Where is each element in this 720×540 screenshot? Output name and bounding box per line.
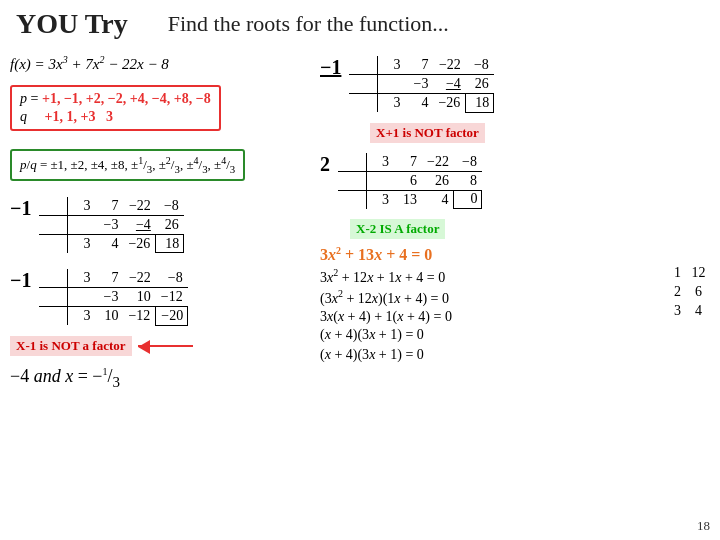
arrow-left-icon (138, 339, 198, 353)
step-1: 3x2 + 12x + 1x + 4 = 0 (320, 267, 666, 286)
final-eq: (x + 4)(3x + 1) = 0 (320, 347, 666, 363)
page-number: 18 (697, 518, 710, 534)
syn-div-1: 37−22−8 −3−426 34−2618 (39, 197, 184, 254)
step-4: (x + 4)(3x + 1) = 0 (320, 327, 666, 343)
factor-pairs: 1 12 2 6 3 4 (674, 265, 710, 319)
syn-div-2: 37−22−8 −310−12 310−12−20 (39, 269, 188, 326)
answer-line: −4 and x = −1/3 (10, 366, 300, 391)
is-factor-badge: X-2 IS A factor (350, 219, 445, 239)
step-2: (3x2 + 12x)(1x + 4) = 0 (320, 288, 666, 307)
test-neg1-right: −1 (320, 56, 341, 79)
you-try-heading: YOU Try (16, 8, 128, 40)
not-factor-badge-2: X-1 is NOT a factor (10, 336, 132, 356)
test1-divisor: −1 (10, 197, 31, 220)
pq-box-2: p/q = ±1, ±2, ±4, ±8, ±1/3, ±2/3, ±4/3, … (10, 149, 245, 181)
syn-div-top-right: 37−22−8 −3−426 34−2618 (349, 56, 494, 113)
test3-divisor: 2 (320, 153, 330, 176)
test2-divisor: −1 (10, 269, 31, 292)
pq-box-1: p = +1, −1, +2, −2, +4, −4, +8, −8 q +1,… (10, 85, 221, 131)
syn-div-3: 37−22−8 6268 31340 (338, 153, 482, 210)
not-factor-badge-1: X+1 is NOT factor (370, 123, 485, 143)
quadratic-eq: 3x2 + 13x + 4 = 0 (320, 245, 666, 264)
fx-equation: f(x) = 3x3 + 7x2 − 22x − 8 (10, 54, 300, 73)
find-roots-heading: Find the roots for the function... (168, 11, 449, 37)
step-3: 3x(x + 4) + 1(x + 4) = 0 (320, 309, 666, 325)
